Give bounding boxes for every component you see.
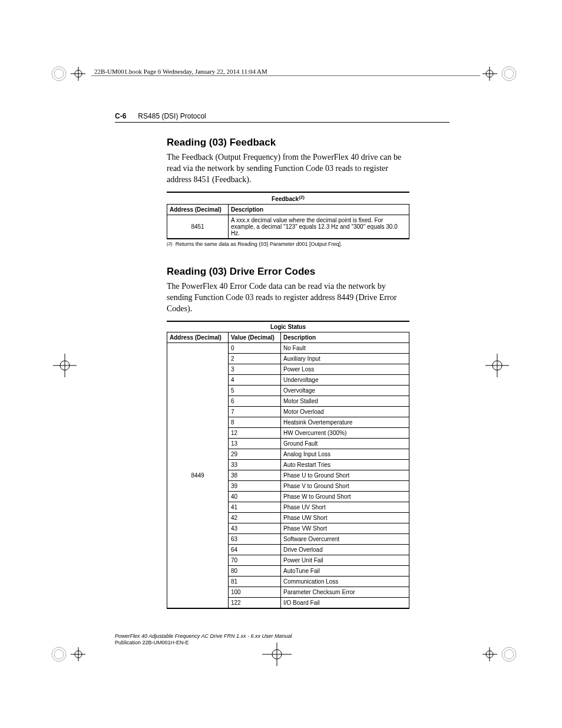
cell-value: 7 [229,406,281,417]
cell-description: Drive Overload [281,544,409,555]
cell-value: 42 [229,512,281,523]
cell-value: 33 [229,459,281,470]
cell-description: Parameter Checksum Error [281,587,409,597]
cell-value: 63 [229,533,281,544]
cell-description: Heatsink Overtemperature [281,417,409,427]
crop-header-text: 22B-UM001.book Page 6 Wednesday, January… [94,68,267,75]
footer-title: PowerFlex 40 Adjustable Frequency AC Dri… [115,633,292,640]
table-row: 84490No Fault [167,342,409,353]
cell-value: 39 [229,480,281,491]
cell-value: 81 [229,576,281,587]
chapter-title: RS485 (DSI) Protocol [138,112,206,120]
cell-value: 80 [229,565,281,576]
cell-value: 12 [229,427,281,438]
page-content: C-6 RS485 (DSI) Protocol Reading (03) Fe… [115,112,449,609]
table-row: 8451 A xxx.x decimal value where the dec… [167,215,409,239]
cell-description: Motor Overload [281,406,409,417]
cell-value: 8 [229,417,281,427]
svg-point-8 [502,67,516,81]
cell-value: 4 [229,374,281,385]
footnote: (2) Returns the same data as Reading (03… [167,241,409,247]
cell-value: 40 [229,491,281,502]
cell-value: 3 [229,364,281,374]
cell-value: 64 [229,544,281,555]
table-head-row: Address (Decimal) Description [167,205,409,215]
footer-pub: Publication 22B-UM001H-EN-E [115,640,292,647]
cell-value: 38 [229,470,281,480]
cell-value: 41 [229,502,281,512]
svg-point-0 [52,67,66,81]
svg-point-16 [52,647,66,661]
col-header: Description [281,332,409,343]
col-header: Description [229,205,409,215]
col-header: Address (Decimal) [167,332,229,343]
cell-description: Analog Input Loss [281,449,409,459]
page-number: C-6 [115,112,126,120]
cell-description: Motor Stalled [281,396,409,406]
crop-mark-icon [482,56,518,91]
error-codes-table: Logic Status Address (Decimal) Value (De… [167,321,409,608]
cell-value: 2 [229,353,281,364]
cell-description: Software Overcurrent [281,533,409,544]
crop-mark-icon [482,637,518,672]
col-header: Value (Decimal) [229,332,281,343]
cell-value: 5 [229,385,281,396]
cell-description: Auxiliary Input [281,353,409,364]
body-text: The Feedback (Output Frequency) from the… [167,152,409,186]
cell-description: Overvoltage [281,385,409,396]
cell-description: Phase U to Ground Short [281,470,409,480]
cell-description: AutoTune Fail [281,565,409,576]
page-header-rule [115,122,449,123]
cell-address: 8451 [167,215,229,239]
cell-value: 122 [229,597,281,608]
cell-description: Auto Restart Tries [281,459,409,470]
svg-point-27 [502,647,516,661]
body-text: The PowerFlex 40 Error Code data can be … [167,281,409,315]
cell-description: Communication Loss [281,576,409,587]
svg-point-1 [54,69,64,78]
cell-description: Power Unit Fail [281,555,409,565]
cell-description: Phase V to Ground Short [281,480,409,491]
page-footer: PowerFlex 40 Adjustable Frequency AC Dri… [115,633,292,647]
svg-point-9 [504,69,514,78]
cell-description: HW Overcurrent (300%) [281,427,409,438]
table-head-row: Address (Decimal) Value (Decimal) Descri… [167,332,409,343]
crop-mark-icon [50,637,85,672]
cell-description: Phase W to Ground Short [281,491,409,502]
cell-description: No Fault [281,342,409,353]
svg-point-28 [504,650,514,659]
crop-mark-icon [477,348,512,383]
cell-value: 0 [229,342,281,353]
cell-description: I/O Board Fail [281,597,409,608]
feedback-table: Feedback(2) Address (Decimal) Descriptio… [167,192,409,239]
crop-mark-icon [50,348,85,383]
cell-description: Undervoltage [281,374,409,385]
cell-value: 43 [229,523,281,533]
section-heading: Reading (03) Drive Error Codes [167,266,409,278]
cell-description: Phase UV Short [281,502,409,512]
cell-description: Ground Fault [281,438,409,449]
section-heading: Reading (03) Feedback [167,137,409,149]
cell-value: 13 [229,438,281,449]
cell-value: 100 [229,587,281,597]
crop-header-rule [91,75,480,76]
table-caption: Feedback(2) [167,192,409,205]
crop-mark-icon [50,56,85,91]
cell-description: A xxx.x decimal value where the decimal … [229,215,409,239]
cell-value: 29 [229,449,281,459]
col-header: Address (Decimal) [167,205,229,215]
cell-description: Phase UW Short [281,512,409,523]
table-caption: Logic Status [167,321,409,332]
cell-description: Phase VW Short [281,523,409,533]
cell-value: 6 [229,396,281,406]
cell-address: 8449 [167,342,229,608]
page-header: C-6 RS485 (DSI) Protocol [115,112,449,120]
svg-point-17 [54,650,64,659]
cell-description: Power Loss [281,364,409,374]
cell-value: 70 [229,555,281,565]
